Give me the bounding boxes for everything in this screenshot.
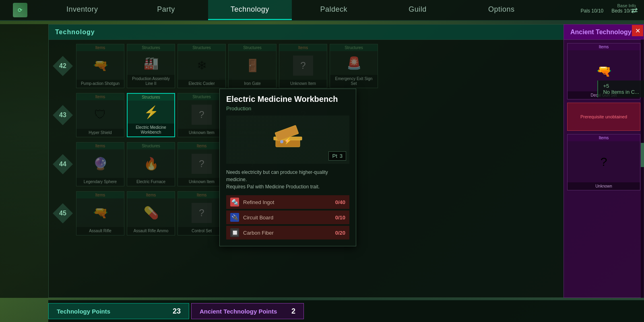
- unknown-ancient-icon: ?: [601, 155, 607, 169]
- req-amount: 0/20: [335, 230, 345, 236]
- item-image: 🔫: [76, 51, 124, 80]
- pals-info: Pals 10/10: [581, 8, 604, 14]
- item-name: Electric Cooler: [178, 80, 225, 88]
- level-number-45: 45: [59, 210, 66, 217]
- item-image: ⚡: [128, 101, 174, 124]
- detail-subtitle: Production: [220, 105, 356, 116]
- base-info: Base Info Pals 10/10 Beds 10/10: [581, 3, 636, 14]
- tab-inventory[interactable]: Inventory: [40, 0, 124, 20]
- gate-icon: 🚪: [245, 58, 260, 72]
- close-button[interactable]: ✕: [632, 25, 643, 36]
- tab-options[interactable]: Options: [460, 0, 543, 20]
- req-name: Circuit Board: [243, 215, 331, 221]
- tab-guild[interactable]: Guild: [376, 0, 459, 20]
- svg-point-5: [286, 140, 288, 142]
- tech-item-unknown-44-1[interactable]: Items ? Unknown Item: [178, 142, 226, 186]
- base-info-row: Pals 10/10 Beds 10/10: [581, 8, 636, 14]
- ancient-points-value: 2: [291, 307, 295, 316]
- item-image: 🚨: [330, 51, 378, 75]
- ancient-item-category: Items: [568, 134, 640, 141]
- ancient-item-name: Unknown: [568, 182, 640, 190]
- furnace-icon: 🔥: [144, 157, 159, 171]
- req-amount: 0/40: [335, 199, 345, 205]
- svg-point-4: [280, 140, 283, 143]
- left-sidebar: [0, 24, 48, 298]
- circuit-board-icon: 🔌: [230, 213, 239, 222]
- nav-tabs: Inventory Party Technology Paldeck Guild…: [40, 0, 543, 20]
- item-image: ?: [178, 149, 225, 178]
- tech-item-unknown-42-1[interactable]: Items ? Unknown Item: [279, 44, 327, 88]
- unknown-icon: ?: [192, 154, 212, 174]
- base-info-title: Base Info: [617, 3, 636, 8]
- tech-item-electric-cooler[interactable]: Structures ❄ Electric Cooler: [178, 44, 226, 88]
- tech-item-emergency-exit[interactable]: Structures 🚨 Emergency Exit Sign Set: [330, 44, 378, 88]
- item-name: Legendary Sphere: [76, 178, 124, 186]
- req-item-circuit-board: 🔌 Circuit Board 0/10: [226, 211, 349, 224]
- decal-gun-icon: 🔫: [597, 64, 611, 78]
- pals-value: 10/10: [591, 8, 603, 14]
- tab-technology[interactable]: Technology: [208, 0, 292, 20]
- detail-image-area: ⚡ Pt 3: [226, 116, 349, 164]
- carbon-fiber-icon: 🔲: [230, 228, 239, 237]
- tech-item-legendary-sphere[interactable]: Items 🔮 Legendary Sphere: [76, 142, 124, 186]
- tech-item-electric-medicine[interactable]: Structures ⚡ Electric Medicine Workbench: [127, 93, 175, 137]
- item-image: ?: [279, 51, 327, 80]
- technology-panel-title: Technology: [55, 29, 95, 36]
- unknown-icon: ?: [192, 105, 212, 125]
- notif-text: No Items in C...: [603, 89, 639, 95]
- tab-party[interactable]: Party: [124, 0, 208, 20]
- ancient-prereq-item[interactable]: Prerequisite unobtained: [567, 103, 640, 131]
- item-category: Structures: [178, 44, 225, 51]
- medicine-workbench-icon: ⚡: [144, 105, 159, 119]
- item-category: Items: [76, 44, 124, 51]
- ancient-item-unknown[interactable]: Items ? Unknown: [567, 134, 640, 190]
- sphere-icon: 🔮: [93, 157, 108, 171]
- level-badge-44: 44: [53, 154, 73, 174]
- ancient-content[interactable]: Items 🔫 Decal Gun Set Prerequisite unobt…: [564, 40, 644, 297]
- pals-label: Pals: [581, 8, 590, 14]
- item-category: Structures: [330, 44, 378, 51]
- logo-area: ⟳: [0, 0, 40, 20]
- item-name: Electric Medicine Workbench: [128, 124, 174, 136]
- notif-bonus: +5: [603, 83, 639, 89]
- technology-panel-header: Technology: [49, 25, 564, 40]
- top-right-info: Base Info Pals 10/10 Beds 10/10 ⇄: [543, 0, 644, 20]
- tech-item-assault-rifle-ammo[interactable]: Items 💊 Assault Rifle Ammo: [127, 191, 175, 235]
- tech-item-control-set[interactable]: Items ? Control Set: [178, 191, 226, 235]
- level-number-43: 43: [59, 111, 66, 119]
- tech-item-pump-shotgun[interactable]: Items 🔫 Pump-action Shotgun: [76, 44, 124, 88]
- tech-item-hyper-shield[interactable]: Items 🛡 Hyper Shield: [76, 93, 124, 137]
- top-navigation: ⟳ Inventory Party Technology Paldeck Gui…: [0, 0, 644, 21]
- scroll-thumb[interactable]: [641, 143, 644, 167]
- item-image: 🔥: [127, 149, 175, 178]
- req-item-refined-ingot: 🔩 Refined Ingot 0/40: [226, 195, 349, 209]
- item-name: Unknown Item: [178, 129, 225, 137]
- detail-title: Electric Medicine Workbench: [220, 89, 356, 105]
- item-image: 🏭: [127, 51, 175, 75]
- exit-icon: 🚨: [347, 56, 361, 70]
- shotgun-icon: 🔫: [93, 58, 108, 72]
- item-category: Items: [76, 192, 124, 198]
- tech-item-electric-furnace[interactable]: Structures 🔥 Electric Furnace: [127, 142, 175, 186]
- tech-item-unknown-43-1[interactable]: Structures ? Unknown Item: [178, 93, 226, 137]
- item-image: ❄: [178, 51, 225, 80]
- tech-item-assault-rifle[interactable]: Items 🔫 Assault Rifle: [76, 191, 124, 235]
- level-number-44: 44: [59, 161, 66, 168]
- item-name: Control Set: [178, 227, 225, 235]
- ancient-technology-panel: Ancient Technology Items 🔫 Decal Gun Set…: [564, 24, 644, 298]
- refined-ingot-icon: 🔩: [230, 198, 239, 206]
- ui-container: ⟳ Inventory Party Technology Paldeck Gui…: [0, 0, 644, 322]
- level-42-items: Items 🔫 Pump-action Shotgun Structures 🏭: [76, 44, 378, 88]
- tab-paldeck[interactable]: Paldeck: [292, 0, 376, 20]
- tech-item-production-assembly[interactable]: Structures 🏭 Production Assembly Line II: [127, 44, 175, 88]
- rifle-icon: 🔫: [93, 206, 108, 220]
- description-text: Needs electricity but can produce higher…: [226, 169, 328, 190]
- item-name: Assault Rifle: [76, 227, 124, 235]
- bottom-bar: Technology Points 23 Ancient Technology …: [48, 300, 644, 322]
- req-name: Refined Ingot: [243, 199, 331, 205]
- req-name: Carbon Fiber: [243, 230, 331, 236]
- detail-pt-badge: Pt 3: [328, 151, 346, 161]
- tech-item-iron-gate[interactable]: Structures 🚪 Iron Gate: [228, 44, 277, 88]
- item-image: 🔫: [76, 198, 124, 227]
- item-category: Structures: [127, 142, 175, 149]
